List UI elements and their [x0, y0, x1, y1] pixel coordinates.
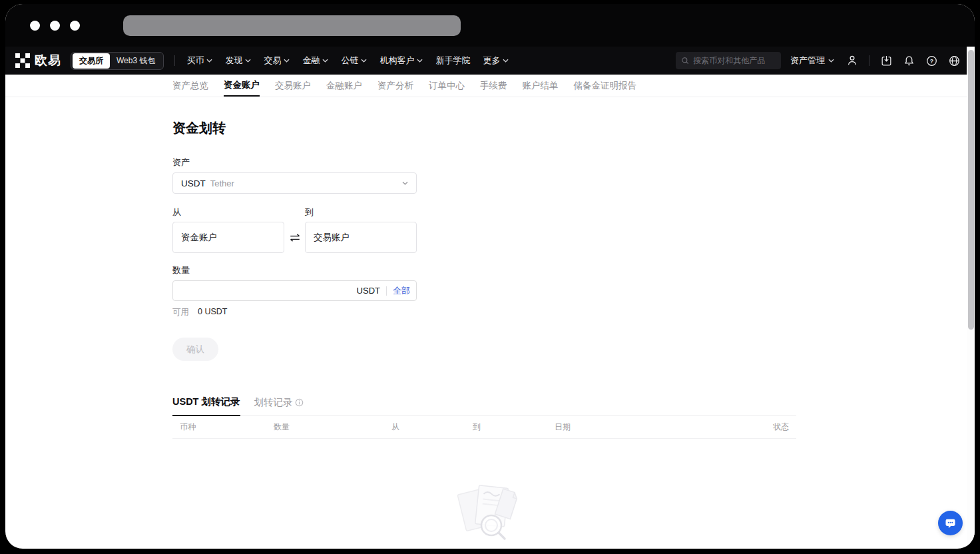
top-navbar: 欧易 交易所 Web3 钱包 买币 发现 交易 金融	[5, 47, 975, 75]
chevron-down-icon	[206, 59, 212, 63]
okx-logo[interactable]: 欧易	[15, 52, 61, 69]
download-app-icon[interactable]	[875, 51, 897, 71]
menu-item-public-chain[interactable]: 公链	[339, 52, 369, 69]
support-chat-button[interactable]	[938, 511, 963, 535]
from-account-select[interactable]: 资金账户	[172, 222, 284, 253]
menu-item-discover[interactable]: 发现	[223, 52, 253, 69]
to-field-label: 到	[305, 206, 417, 218]
chat-bubble-icon	[943, 516, 957, 530]
column-header-amount: 数量	[274, 421, 391, 433]
menu-item-buy-crypto[interactable]: 买币	[184, 52, 214, 69]
chevron-down-icon	[417, 59, 423, 63]
from-to-row: 从 资金账户 到 交易账户	[172, 194, 796, 253]
toggle-exchange[interactable]: 交易所	[73, 53, 110, 69]
subnav-item-order-center[interactable]: 订单中心	[429, 75, 465, 97]
page-scrollbar	[967, 47, 975, 549]
available-label: 可用	[172, 307, 189, 318]
window-controls	[30, 21, 80, 31]
language-globe-icon[interactable]	[943, 51, 965, 71]
chevron-down-icon	[284, 59, 290, 63]
menu-label: 机构客户	[379, 55, 414, 67]
available-value: 0 USDT	[198, 307, 227, 318]
toggle-web3-wallet[interactable]: Web3 钱包	[110, 53, 162, 69]
subnav-item-trading-account[interactable]: 交易账户	[275, 75, 311, 97]
browser-window: 欧易 交易所 Web3 钱包 买币 发现 交易 金融	[5, 4, 975, 549]
info-icon	[295, 398, 304, 407]
maximize-window-button[interactable]	[70, 21, 80, 31]
tab-label: 划转记录	[254, 396, 293, 409]
chevron-down-icon	[361, 59, 367, 63]
menu-item-trade[interactable]: 交易	[262, 52, 292, 69]
menu-label: 交易	[264, 55, 281, 67]
max-amount-button[interactable]: 全部	[393, 285, 410, 297]
asset-field-label: 资产	[172, 156, 796, 168]
account-subnav: 资产总览 资金账户 交易账户 金融账户 资产分析 订单中心 手续费 账户结单 储…	[5, 75, 975, 97]
menu-label: 更多	[483, 55, 500, 67]
amount-field-label: 数量	[172, 264, 796, 276]
menu-item-academy[interactable]: 新手学院	[433, 52, 472, 69]
chevron-down-icon	[322, 59, 328, 63]
swap-direction-button[interactable]	[284, 222, 305, 253]
amount-field: USDT 全部	[172, 280, 417, 301]
assets-management-label: 资产管理	[790, 55, 825, 67]
menu-label: 公链	[341, 55, 358, 67]
search-icon	[681, 56, 689, 65]
browser-chrome	[5, 4, 975, 47]
main-menu: 买币 发现 交易 金融 公链 机构客户	[184, 52, 511, 69]
available-balance-row: 可用 0 USDT	[172, 307, 796, 318]
asset-fullname: Tether	[210, 178, 234, 188]
amount-currency-label: USDT	[357, 286, 380, 296]
empty-state: 暂无划转记录	[172, 481, 796, 549]
logo-text: 欧易	[35, 52, 61, 69]
asset-select[interactable]: USDT Tether	[172, 172, 417, 194]
no-records-illustration	[450, 481, 519, 545]
notifications-bell-icon[interactable]	[897, 51, 920, 71]
navbar-divider	[174, 55, 175, 66]
search-input[interactable]	[693, 56, 776, 65]
chevron-down-icon	[828, 59, 834, 63]
menu-item-institutional[interactable]: 机构客户	[377, 52, 425, 69]
okx-logo-icon	[15, 53, 30, 68]
product-toggle: 交易所 Web3 钱包	[71, 52, 164, 70]
subnav-item-funding-account[interactable]: 资金账户	[224, 75, 260, 97]
amount-right-controls: USDT 全部	[357, 280, 410, 301]
main-content: 资金划转 资产 USDT Tether 从 资金账户 到 交易账户	[5, 119, 796, 549]
chevron-down-icon	[503, 59, 509, 63]
scrollbar-thumb[interactable]	[968, 50, 974, 330]
navbar-divider	[869, 55, 869, 66]
subnav-item-asset-analysis[interactable]: 资产分析	[377, 75, 413, 97]
svg-text:?: ?	[929, 57, 933, 64]
chevron-down-icon	[402, 181, 408, 185]
minimize-window-button[interactable]	[50, 21, 60, 31]
column-header-date: 日期	[555, 421, 749, 433]
address-bar[interactable]	[123, 15, 461, 36]
to-account-select[interactable]: 交易账户	[305, 222, 417, 253]
help-icon[interactable]: ?	[920, 51, 943, 71]
transfer-records-section: USDT 划转记录 划转记录 币种 数量 从 到 日期 状态	[172, 396, 796, 549]
profile-icon[interactable]	[841, 51, 863, 71]
menu-label: 买币	[186, 55, 204, 67]
subnav-item-finance-account[interactable]: 金融账户	[326, 75, 362, 97]
subnav-item-proof-of-reserves[interactable]: 储备金证明报告	[574, 75, 637, 97]
swap-icon	[289, 233, 301, 242]
from-field-label: 从	[172, 206, 284, 218]
chevron-down-icon	[245, 59, 251, 63]
subnav-item-fees[interactable]: 手续费	[480, 75, 507, 97]
assets-management-menu[interactable]: 资产管理	[790, 55, 834, 67]
menu-item-more[interactable]: 更多	[481, 52, 511, 69]
subnav-item-assets-overview[interactable]: 资产总览	[172, 75, 208, 97]
column-header-currency: 币种	[180, 421, 274, 433]
subnav-item-account-statement[interactable]: 账户结单	[523, 75, 559, 97]
records-tabs: USDT 划转记录 划转记录	[172, 396, 796, 416]
tab-usdt-transfer-records[interactable]: USDT 划转记录	[172, 396, 240, 416]
column-header-from: 从	[391, 421, 473, 433]
close-window-button[interactable]	[30, 21, 40, 31]
confirm-button[interactable]: 确认	[172, 338, 218, 361]
menu-item-finance[interactable]: 金融	[300, 52, 330, 69]
search-box	[676, 52, 781, 69]
navbar-right: 资产管理	[676, 51, 965, 71]
column-header-to: 到	[473, 421, 555, 433]
amount-divider	[386, 286, 387, 296]
menu-label: 金融	[302, 55, 320, 67]
tab-all-transfer-records[interactable]: 划转记录	[254, 396, 304, 416]
